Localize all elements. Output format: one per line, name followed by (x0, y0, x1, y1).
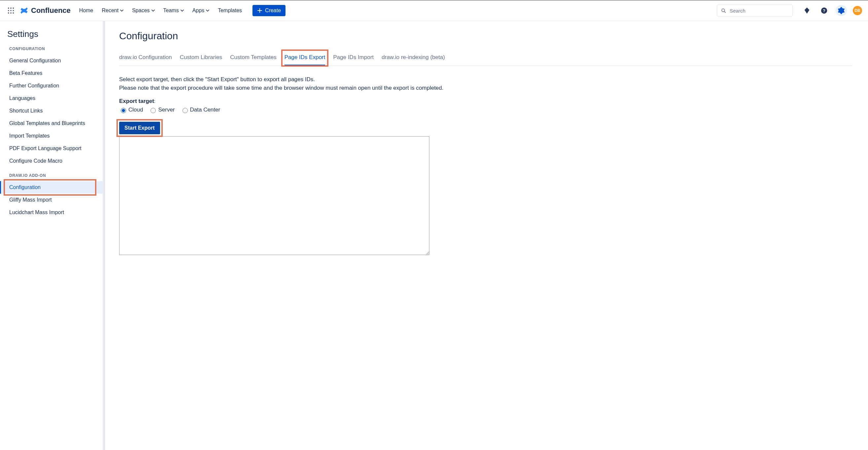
search-input[interactable] (729, 8, 788, 14)
export-description: Select export target, then click the "St… (119, 75, 852, 92)
create-button-label: Create (265, 8, 281, 13)
notifications-icon[interactable] (801, 5, 812, 16)
export-target-label: Export target (119, 98, 154, 104)
search-box[interactable] (717, 5, 793, 17)
sidebar-item-pdf-export-language-support[interactable]: PDF Export Language Support (0, 142, 103, 155)
svg-point-7 (10, 12, 11, 14)
confluence-icon (20, 6, 28, 15)
sidebar-item-import-templates[interactable]: Import Templates (0, 130, 103, 142)
sidebar-section-heading: DRAW.IO ADD-ON (9, 173, 103, 178)
sidebar-item-further-configuration[interactable]: Further Configuration (0, 79, 103, 92)
sidebar-item-global-templates-and-blueprints[interactable]: Global Templates and Blueprints (0, 117, 103, 130)
sidebar-item-configuration[interactable]: Configuration (0, 181, 103, 194)
nav-teams[interactable]: Teams (163, 8, 184, 13)
tab-draw-io-configuration[interactable]: draw.io Configuration (119, 54, 172, 66)
sidebar-item-beta-features[interactable]: Beta Features (0, 67, 103, 79)
primary-nav: HomeRecentSpacesTeamsAppsTemplates (79, 8, 242, 13)
settings-sidebar: Settings CONFIGURATIONGeneral Configurat… (0, 21, 103, 450)
tab-page-ids-import[interactable]: Page IDs Import (333, 54, 374, 66)
chevron-down-icon (120, 9, 123, 12)
start-export-button[interactable]: Start Export (119, 122, 160, 134)
export-output[interactable] (119, 136, 429, 255)
chevron-down-icon (152, 9, 155, 12)
nav-recent[interactable]: Recent (102, 8, 123, 13)
app-switcher-icon[interactable] (7, 6, 15, 15)
confluence-logo[interactable]: Confluence (20, 6, 71, 15)
tab-custom-libraries[interactable]: Custom Libraries (180, 54, 222, 66)
radio-cloud[interactable]: Cloud (119, 106, 143, 113)
svg-line-10 (724, 11, 726, 13)
sidebar-item-languages[interactable]: Languages (0, 92, 103, 104)
svg-point-2 (13, 8, 14, 9)
nav-spaces[interactable]: Spaces (132, 8, 154, 13)
svg-text:?: ? (823, 8, 826, 13)
sidebar-item-lucidchart-mass-import[interactable]: Lucidchart Mass Import (0, 206, 103, 219)
avatar[interactable]: DB (853, 6, 862, 15)
help-icon[interactable]: ? (818, 5, 830, 16)
radio-server[interactable]: Server (149, 106, 175, 113)
nav-home[interactable]: Home (79, 8, 93, 13)
svg-point-5 (13, 10, 14, 11)
sidebar-item-general-configuration[interactable]: General Configuration (0, 55, 103, 67)
tab-custom-templates[interactable]: Custom Templates (230, 54, 276, 66)
svg-point-8 (13, 12, 14, 14)
chevron-down-icon (206, 9, 209, 12)
svg-point-4 (10, 10, 11, 11)
settings-icon[interactable] (836, 5, 847, 16)
nav-apps[interactable]: Apps (192, 8, 209, 13)
create-button[interactable]: Create (252, 5, 285, 16)
sidebar-item-gliffy-mass-import[interactable]: Gliffy Mass Import (0, 194, 103, 206)
tab-page-ids-export[interactable]: Page IDs Export (284, 54, 326, 66)
page-title: Configuration (119, 30, 852, 41)
sidebar-title: Settings (7, 29, 103, 39)
radio-data-center[interactable]: Data Center (181, 106, 220, 113)
tab-draw-io-re-indexing-beta-[interactable]: draw.io re-indexing (beta) (381, 54, 445, 66)
export-target-radios: CloudServerData Center (119, 106, 852, 113)
plus-icon (257, 8, 262, 13)
product-name: Confluence (31, 6, 71, 15)
config-tabs: draw.io ConfigurationCustom LibrariesCus… (119, 54, 852, 66)
search-icon (721, 8, 726, 13)
main-content: Configuration draw.io ConfigurationCusto… (103, 21, 868, 450)
svg-point-3 (8, 10, 9, 11)
sidebar-item-configure-code-macro[interactable]: Configure Code Macro (0, 155, 103, 167)
svg-point-1 (10, 8, 11, 9)
svg-point-6 (8, 12, 9, 14)
sidebar-section-heading: CONFIGURATION (9, 46, 103, 51)
chevron-down-icon (181, 9, 184, 12)
top-nav: Confluence HomeRecentSpacesTeamsAppsTemp… (0, 0, 868, 21)
nav-templates[interactable]: Templates (218, 8, 242, 13)
svg-point-0 (8, 8, 9, 9)
sidebar-item-shortcut-links[interactable]: Shortcut Links (0, 104, 103, 117)
